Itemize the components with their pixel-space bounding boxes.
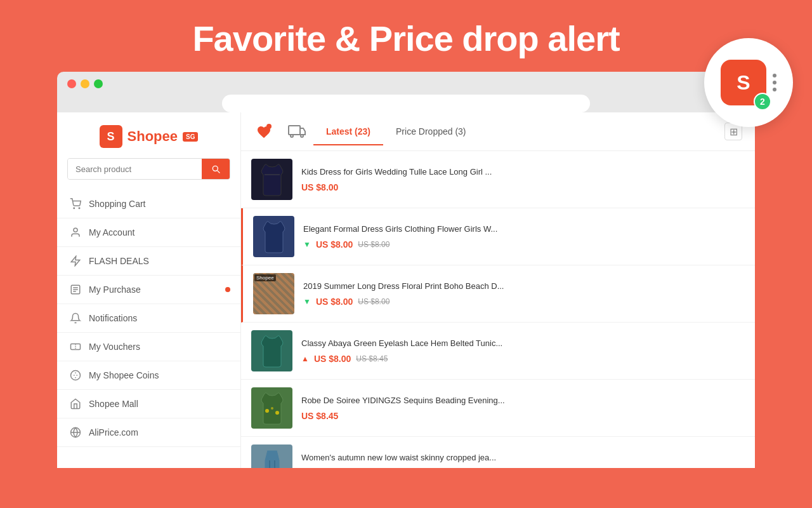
shopee-logo-text: Shopee <box>128 128 178 145</box>
price-row: US $8.45 <box>301 411 745 421</box>
product-item[interactable]: Kids Dress for Girls Wedding Tulle Lace … <box>241 151 755 208</box>
flash-deals-label: FLASH DEALS <box>89 256 149 266</box>
product-name: Women's autumn new low waist skinny crop… <box>301 452 745 464</box>
svg-point-18 <box>275 411 279 415</box>
price-current: US $8.00 <box>316 297 353 307</box>
sidebar-item-my-vouchers[interactable]: My Vouchers <box>57 333 240 361</box>
product-info: Women's autumn new low waist skinny crop… <box>301 452 745 468</box>
sidebar-item-aliprice[interactable]: AliPrice.com <box>57 418 240 447</box>
svg-point-14 <box>291 135 293 137</box>
maximize-dot[interactable] <box>94 79 103 88</box>
price-row: ▲ US $8.00 US $8.45 <box>301 354 745 364</box>
price-current: US $8.00 <box>314 354 351 364</box>
price-current: US $8.00 <box>301 182 338 192</box>
sidebar-logo: S Shopee SG <box>57 112 240 158</box>
price-down-icon: ▼ <box>303 297 311 306</box>
my-purchase-label: My Purchase <box>89 284 141 295</box>
svg-marker-3 <box>71 257 80 266</box>
sidebar-item-shopping-cart[interactable]: Shopping Cart <box>57 190 240 218</box>
sidebar-item-my-purchase[interactable]: My Purchase <box>57 276 240 304</box>
product-thumbnail <box>251 330 292 371</box>
svg-point-1 <box>79 208 80 209</box>
product-name: Elegant Formal Dress Girls Clothing Flow… <box>303 224 745 235</box>
product-thumbnail <box>251 387 292 429</box>
svg-rect-13 <box>289 126 300 135</box>
url-bar[interactable] <box>222 95 590 112</box>
shopee-mall-label: Shopee Mall <box>89 399 138 409</box>
region-badge: SG <box>183 132 198 142</box>
tab-latest[interactable]: Latest (23) <box>313 117 383 145</box>
three-dots-icon <box>773 74 776 91</box>
price-row: ▼ US $8.00 US $8.00 <box>303 297 745 307</box>
price-original: US $8.00 <box>358 297 390 306</box>
product-info: Kids Dress for Girls Wedding Tulle Lace … <box>301 166 745 192</box>
minimize-dot[interactable] <box>81 79 89 88</box>
price-row: ▼ US $8.00 US $8.00 <box>303 239 745 250</box>
my-vouchers-label: My Vouchers <box>89 342 140 352</box>
tabs-nav: Latest (23) Price Dropped (3) <box>307 117 724 145</box>
sidebar-item-flash-deals[interactable]: FLASH DEALS <box>57 247 240 276</box>
my-shopee-coins-label: My Shopee Coins <box>89 370 159 380</box>
search-button[interactable] <box>202 159 230 179</box>
product-thumbnail <box>251 444 292 468</box>
my-account-label: My Account <box>89 227 134 237</box>
product-name: Kids Dress for Girls Wedding Tulle Lace … <box>301 166 745 178</box>
product-info: Robe De Soiree YIDINGZS Sequins Beading … <box>301 395 745 420</box>
product-name: 2019 Summer Long Dress Floral Print Boho… <box>303 281 745 292</box>
sidebar: S Shopee SG Shopping Cart <box>57 112 241 468</box>
product-list: Kids Dress for Girls Wedding Tulle Lace … <box>241 151 755 468</box>
svg-point-17 <box>271 407 273 410</box>
shopping-cart-label: Shopping Cart <box>89 199 146 209</box>
product-thumbnail <box>253 216 294 257</box>
sidebar-item-my-shopee-coins[interactable]: My Shopee Coins <box>57 361 240 390</box>
product-item[interactable]: Classy Abaya Green Eyelash Lace Hem Belt… <box>241 323 755 380</box>
svg-point-16 <box>265 409 269 413</box>
product-info: 2019 Summer Long Dress Floral Print Boho… <box>303 281 745 306</box>
app-icon-letter: S <box>737 71 750 95</box>
favorites-tab-icon[interactable] <box>254 121 274 142</box>
shopee-logo-icon: S <box>100 125 122 148</box>
product-item[interactable]: Elegant Formal Dress Girls Clothing Flow… <box>241 208 755 265</box>
heart-dot <box>266 124 272 129</box>
product-info: Elegant Formal Dress Girls Clothing Flow… <box>303 224 745 249</box>
sidebar-item-my-account[interactable]: My Account <box>57 218 240 247</box>
product-info: Classy Abaya Green Eyelash Lace Hem Belt… <box>301 338 745 363</box>
aliprice-label: AliPrice.com <box>89 427 138 438</box>
product-item[interactable]: Women's autumn new low waist skinny crop… <box>241 437 755 468</box>
delivery-tab-icon[interactable] <box>287 121 307 142</box>
product-item[interactable]: Robe De Soiree YIDINGZS Sequins Beading … <box>241 380 755 437</box>
svg-point-10 <box>71 371 81 380</box>
sidebar-menu: Shopping Cart My Account FLASH DEALS <box>57 190 240 447</box>
product-name: Classy Abaya Green Eyelash Lace Hem Belt… <box>301 338 745 349</box>
sidebar-item-shopee-mall[interactable]: Shopee Mall <box>57 390 240 418</box>
price-current: US $8.45 <box>301 411 338 421</box>
sidebar-item-notifications[interactable]: Notifications <box>57 304 240 333</box>
browser-dots <box>67 79 745 88</box>
svg-point-15 <box>301 135 303 137</box>
main-content: Latest (23) Price Dropped (3) ⊞ Kids Dre… <box>241 112 755 468</box>
search-bar <box>67 158 230 180</box>
search-input[interactable] <box>68 159 202 179</box>
app-icon-overlay: S 2 <box>704 38 793 127</box>
browser-chrome <box>57 72 755 112</box>
product-name: Robe De Soiree YIDINGZS Sequins Beading … <box>301 395 745 406</box>
product-thumbnail <box>251 159 292 200</box>
my-purchase-dot <box>225 287 230 292</box>
product-thumbnail: Shopee <box>253 273 294 314</box>
tabs-header: Latest (23) Price Dropped (3) ⊞ <box>241 112 755 151</box>
notifications-label: Notifications <box>89 313 137 323</box>
svg-point-0 <box>74 208 75 209</box>
price-down-icon: ▼ <box>303 240 311 249</box>
page-title: Favorite & Price drop alert <box>0 0 812 72</box>
app-icon-inner: S 2 <box>721 60 776 105</box>
price-original: US $8.45 <box>356 354 388 363</box>
shopee-app-icon: S 2 <box>721 60 766 105</box>
svg-point-2 <box>74 228 77 232</box>
app-badge: 2 <box>754 93 771 110</box>
tab-price-dropped[interactable]: Price Dropped (3) <box>383 117 479 145</box>
app-window: S Shopee SG Shopping Cart <box>57 112 755 468</box>
close-dot[interactable] <box>67 79 76 88</box>
product-item[interactable]: Shopee 2019 Summer Long Dress Floral Pri… <box>241 265 755 323</box>
price-up-icon: ▲ <box>301 354 309 363</box>
price-row: US $8.00 <box>301 182 745 192</box>
